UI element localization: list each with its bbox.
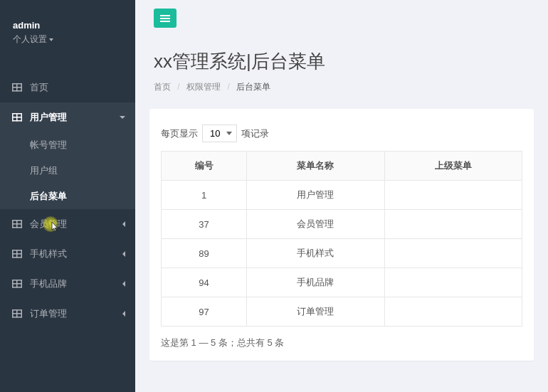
breadcrumb-current: 后台菜单 [236,82,270,92]
page-length-select[interactable]: 10 [202,125,237,142]
chevron-left-icon [122,221,125,227]
breadcrumb: 首页 / 权限管理 / 后台菜单 [154,81,529,93]
svg-rect-21 [12,250,14,258]
cell-id: 37 [162,210,247,239]
sidebar-item-label: 首页 [30,81,48,94]
col-name[interactable]: 菜单名称 [247,152,385,181]
data-panel: 每页显示 10 项记录 编号 菜单名称 上级菜单 1用户管理37会员管理89手机… [149,109,534,361]
cell-id: 94 [162,268,247,297]
page-header: xx管理系统|后台菜单 首页 / 权限管理 / 后台菜单 [135,36,548,109]
sidebar-header: admin 个人设置 [0,0,135,58]
sidebar-subitem-account[interactable]: 帐号管理 [0,132,135,158]
page-length-control: 每页显示 10 项记录 [161,125,522,142]
menu-table: 编号 菜单名称 上级菜单 1用户管理37会员管理89手机样式94手机品牌97订单… [161,151,522,327]
cell-name: 手机品牌 [247,268,385,297]
breadcrumb-sep: / [177,82,179,92]
table-row[interactable]: 1用户管理 [162,181,522,210]
sidebar: admin 个人设置 首页 用户管理 帐号管理 用户组 后台菜单 [0,0,135,392]
sidebar-item-label: 手机品牌 [30,277,67,290]
table-info: 这是第 1 — 5 条；总共有 5 条 [161,337,522,349]
svg-rect-33 [12,309,14,318]
sidebar-nav: 首页 用户管理 帐号管理 用户组 后台菜单 会员管理 [0,73,135,329]
breadcrumb-item[interactable]: 首页 [154,82,171,92]
svg-rect-15 [12,220,14,228]
svg-rect-17 [21,220,23,228]
svg-rect-35 [21,309,23,318]
sidebar-item-home[interactable]: 首页 [0,73,135,102]
cell-parent [384,210,522,239]
svg-rect-4 [16,83,18,92]
hamburger-icon [160,18,170,19]
breadcrumb-sep: / [227,82,229,92]
svg-rect-22 [16,250,18,258]
cell-name: 用户管理 [247,181,385,210]
svg-rect-23 [21,250,23,258]
grid-icon [11,219,23,229]
chevron-left-icon [122,251,125,257]
col-id[interactable]: 编号 [162,152,247,181]
table-row[interactable]: 97订单管理 [162,297,522,327]
table-row[interactable]: 94手机品牌 [162,268,522,297]
grid-icon [11,112,23,122]
sidebar-item-order-mgmt[interactable]: 订单管理 [0,299,135,329]
svg-rect-27 [12,280,14,288]
chevron-left-icon [122,311,125,317]
chevron-down-icon [120,116,125,119]
grid-icon [11,279,23,289]
topbar [135,0,548,36]
chevron-left-icon [122,281,125,287]
cell-parent [384,239,522,268]
main-content: xx管理系统|后台菜单 首页 / 权限管理 / 后台菜单 每页显示 10 项记录 [135,0,548,392]
sidebar-item-label: 订单管理 [30,307,67,320]
cell-parent [384,181,522,210]
cell-id: 97 [162,297,247,327]
length-suffix: 项记录 [241,127,269,140]
grid-icon [11,309,23,319]
sidebar-item-label: 手机样式 [30,248,67,260]
sidebar-item-phone-brand[interactable]: 手机品牌 [0,269,135,299]
cell-id: 89 [162,239,247,268]
sidebar-subnav-user-mgmt: 帐号管理 用户组 后台菜单 [0,132,135,209]
sidebar-subitem-usergroup[interactable]: 用户组 [0,158,135,184]
sidebar-item-phone-style[interactable]: 手机样式 [0,239,135,269]
cell-name: 手机样式 [247,239,385,268]
cell-parent [384,297,522,327]
sidebar-toggle-button[interactable] [154,9,176,28]
svg-rect-5 [21,83,23,92]
cell-parent [384,268,522,297]
svg-rect-10 [16,113,18,122]
breadcrumb-item[interactable]: 权限管理 [186,82,221,92]
table-row[interactable]: 37会员管理 [162,210,522,239]
cell-name: 会员管理 [247,210,385,239]
username-label: admin [13,20,122,31]
personal-settings-dropdown[interactable]: 个人设置 [13,33,122,46]
sidebar-item-member-mgmt[interactable]: 会员管理 [0,209,135,239]
sidebar-item-user-mgmt[interactable]: 用户管理 [0,102,135,132]
grid-icon [11,83,23,92]
svg-rect-16 [16,220,18,228]
svg-rect-29 [21,280,23,288]
svg-rect-34 [16,309,18,318]
svg-rect-11 [21,113,23,122]
cell-name: 订单管理 [247,297,385,327]
sidebar-item-label: 会员管理 [30,218,67,231]
table-row[interactable]: 89手机样式 [162,239,522,268]
grid-icon [11,249,23,259]
svg-rect-28 [16,280,18,288]
col-parent[interactable]: 上级菜单 [384,152,522,181]
page-title: xx管理系统|后台菜单 [154,49,529,74]
svg-rect-9 [12,113,14,122]
sidebar-subitem-menu[interactable]: 后台菜单 [0,184,135,209]
cell-id: 1 [162,181,247,210]
length-prefix: 每页显示 [161,127,198,140]
table-header-row: 编号 菜单名称 上级菜单 [162,152,522,181]
svg-rect-3 [12,83,14,92]
sidebar-item-label: 用户管理 [30,111,67,124]
